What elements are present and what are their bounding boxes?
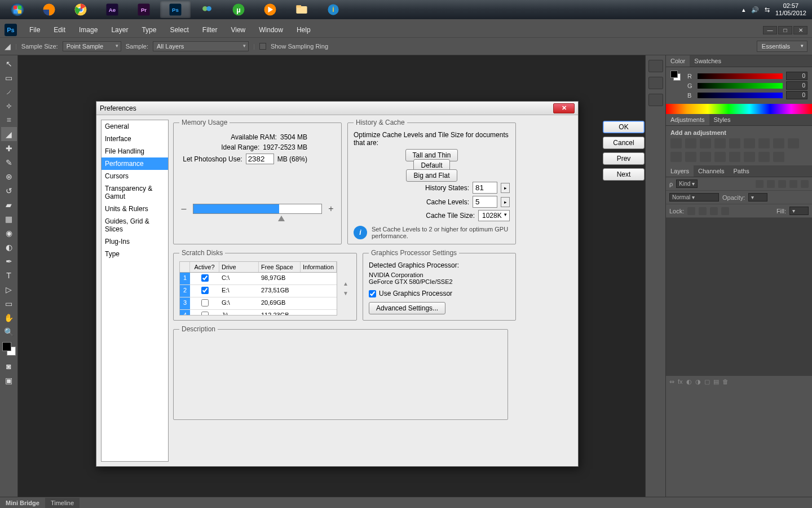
blend-mode-dropdown[interactable]: Normal ▾ <box>669 193 719 202</box>
scratch-disk-row[interactable]: 1C:\98,97GB <box>180 273 337 285</box>
move-down-button[interactable]: ▼ <box>343 290 348 296</box>
sidebar-item-cursors[interactable]: Cursors <box>102 170 168 182</box>
menu-layer[interactable]: Layer <box>105 24 134 36</box>
scratch-disk-row[interactable]: 2E:\273,51GB <box>180 285 337 297</box>
adjustment-icon[interactable] <box>670 152 682 162</box>
menu-help[interactable]: Help <box>291 24 316 36</box>
pen-tool-icon[interactable]: ✒ <box>1 254 17 268</box>
adjustment-icon[interactable] <box>729 138 740 148</box>
opacity-input[interactable]: ▾ <box>748 193 767 202</box>
filter-icon[interactable] <box>801 180 809 188</box>
menu-select[interactable]: Select <box>164 24 194 36</box>
new-layer-icon[interactable]: ▤ <box>713 378 719 386</box>
stamp-tool-icon[interactable]: ⊛ <box>1 169 17 183</box>
quickmask-tool-icon[interactable]: ◙ <box>1 359 17 373</box>
b-input[interactable] <box>786 91 807 99</box>
lock-icon[interactable] <box>721 207 729 215</box>
gradient-tool-icon[interactable]: ▦ <box>1 212 17 226</box>
tab-styles[interactable]: Styles <box>709 114 735 125</box>
crop-tool-icon[interactable]: ⌗ <box>1 113 17 127</box>
window-minimize-button[interactable]: — <box>763 26 777 34</box>
tray-network-icon[interactable]: ⇆ <box>765 6 770 14</box>
screenmode-tool-icon[interactable]: ▣ <box>1 373 17 387</box>
adjustment-icon[interactable] <box>773 152 784 162</box>
path-select-tool-icon[interactable]: ▷ <box>1 282 17 296</box>
scratch-disk-row[interactable]: 3G:\20,69GB <box>180 297 337 310</box>
link-layers-icon[interactable]: ⇔ <box>669 378 674 386</box>
tab-channels[interactable]: Channels <box>694 165 729 177</box>
scratch-active-checkbox[interactable] <box>201 287 209 294</box>
taskbar-premiere-icon[interactable]: Pr <box>129 1 159 18</box>
adjustment-icon[interactable] <box>758 138 770 148</box>
mask-icon[interactable]: ◐ <box>686 378 692 386</box>
sidebar-item-general[interactable]: General <box>102 120 168 133</box>
sidebar-item-units-rulers[interactable]: Units & Rulers <box>102 203 168 215</box>
menu-window[interactable]: Window <box>253 24 289 36</box>
history-states-stepper[interactable]: ▸ <box>501 183 510 193</box>
foreground-background-swatch[interactable] <box>670 71 681 81</box>
memory-slider[interactable] <box>193 204 322 214</box>
tab-swatches[interactable]: Swatches <box>690 55 726 67</box>
layers-kind-dropdown[interactable]: Kind ▾ <box>676 179 698 188</box>
memory-plus-button[interactable]: + <box>326 204 336 214</box>
collapsed-panel-icon[interactable] <box>648 94 663 106</box>
filter-icon[interactable] <box>756 180 764 188</box>
tray-speaker-icon[interactable]: 🔊 <box>751 6 759 14</box>
taskbar-messenger-icon[interactable] <box>192 1 222 18</box>
healing-tool-icon[interactable]: ✚ <box>1 141 17 155</box>
collapsed-panel-icon[interactable] <box>648 77 663 89</box>
advanced-settings-button[interactable]: Advanced Settings... <box>369 302 445 314</box>
tab-adjustments[interactable]: Adjustments <box>666 114 709 125</box>
delete-layer-icon[interactable]: 🗑 <box>722 378 729 386</box>
dodge-tool-icon[interactable]: ◐ <box>1 240 17 254</box>
zoom-tool-icon[interactable]: 🔍 <box>1 325 17 339</box>
tab-mini-bridge[interactable]: Mini Bridge <box>0 498 45 508</box>
lasso-tool-icon[interactable]: ⟋ <box>1 85 17 99</box>
scratch-disk-row[interactable]: 4J:\112,23GB <box>180 310 337 316</box>
next-button[interactable]: Next <box>603 168 645 181</box>
adjustment-icon[interactable] <box>670 138 682 148</box>
tab-color[interactable]: Color <box>666 55 690 67</box>
filter-icon[interactable] <box>767 180 775 188</box>
g-slider[interactable] <box>698 83 783 89</box>
history-states-input[interactable] <box>473 182 497 194</box>
brush-tool-icon[interactable]: ✎ <box>1 155 17 169</box>
scratch-active-checkbox[interactable] <box>201 299 209 306</box>
adjustment-icon[interactable] <box>714 152 726 162</box>
ok-button[interactable]: OK <box>603 121 645 133</box>
taskbar-chrome-icon[interactable] <box>65 1 96 18</box>
marquee-tool-icon[interactable]: ▭ <box>1 71 17 85</box>
type-tool-icon[interactable]: T <box>1 268 17 282</box>
menu-file[interactable]: File <box>24 24 46 36</box>
sidebar-item-performance[interactable]: Performance <box>102 157 168 170</box>
color-swatches[interactable] <box>1 341 17 357</box>
filter-icon[interactable] <box>789 180 797 188</box>
tray-chevron-icon[interactable]: ▴ <box>742 6 745 14</box>
menu-edit[interactable]: Edit <box>48 24 71 36</box>
taskbar-clock[interactable]: 02:57 11/05/2012 <box>775 2 806 17</box>
dialog-close-button[interactable]: ✕ <box>553 103 575 113</box>
show-sampling-ring-checkbox[interactable] <box>259 43 266 50</box>
lock-icon[interactable] <box>710 207 718 215</box>
let-use-input[interactable] <box>246 154 274 164</box>
big-flat-button[interactable]: Big and Flat <box>406 169 457 182</box>
sidebar-item-guides-grid-slices[interactable]: Guides, Grid & Slices <box>102 215 168 235</box>
fill-input[interactable]: ▾ <box>789 207 809 215</box>
tab-timeline[interactable]: Timeline <box>45 498 80 508</box>
adjustment-layer-icon[interactable]: ◑ <box>695 378 701 386</box>
history-brush-tool-icon[interactable]: ↺ <box>1 183 17 198</box>
cache-levels-stepper[interactable]: ▸ <box>501 197 510 207</box>
adjustment-icon[interactable] <box>700 152 711 162</box>
shape-tool-icon[interactable]: ▭ <box>1 296 17 310</box>
move-tool-icon[interactable]: ↖ <box>1 56 17 71</box>
blur-tool-icon[interactable]: ◉ <box>1 226 17 240</box>
scratch-active-checkbox[interactable] <box>201 274 209 282</box>
taskbar-app-icon[interactable]: i <box>318 1 348 18</box>
sidebar-item-file-handling[interactable]: File Handling <box>102 145 168 157</box>
cache-levels-input[interactable] <box>473 196 497 208</box>
wand-tool-icon[interactable]: ✧ <box>1 99 17 113</box>
menu-filter[interactable]: Filter <box>197 24 223 36</box>
eraser-tool-icon[interactable]: ▰ <box>1 198 17 212</box>
menu-type[interactable]: Type <box>136 24 162 36</box>
adjustment-icon[interactable] <box>700 138 711 148</box>
